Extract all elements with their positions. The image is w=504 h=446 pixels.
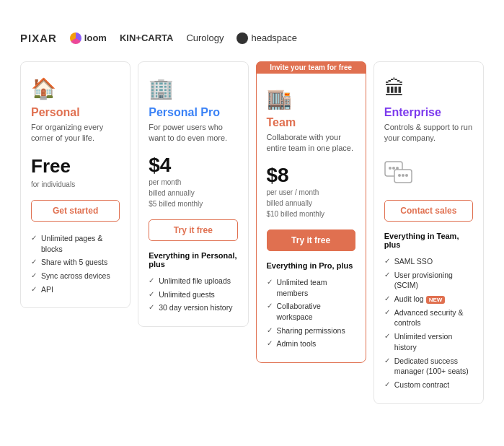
feature-item: Dedicated success manager (100+ seats) bbox=[384, 354, 473, 378]
logo-headspace: headspace bbox=[236, 32, 297, 44]
enterprise-contact-icon bbox=[384, 155, 473, 190]
loom-icon bbox=[70, 32, 81, 44]
feature-item: User provisioning (SCIM) bbox=[384, 268, 473, 292]
feature-list-enterprise: SAML SSOUser provisioning (SCIM)Audit lo… bbox=[384, 255, 473, 392]
plan-name-team: Team bbox=[267, 116, 355, 129]
plan-name-personal: Personal bbox=[31, 106, 120, 119]
features-header-enterprise: Everything in Team, plus bbox=[384, 232, 473, 249]
logo-kin-carta: KIN+CARTA bbox=[120, 32, 174, 43]
svg-point-1 bbox=[389, 167, 392, 170]
plan-btn-enterprise[interactable]: Contact sales bbox=[384, 200, 473, 222]
plan-card-personal-pro: 🏢Personal ProFor power users who want to… bbox=[138, 61, 248, 327]
plan-card-team: Invite your team for free🏬TeamCollaborat… bbox=[256, 61, 366, 363]
svg-point-6 bbox=[402, 174, 404, 177]
plan-name-personal-pro: Personal Pro bbox=[149, 106, 237, 119]
plan-desc-personal-pro: For power users who want to do even more… bbox=[149, 122, 237, 145]
feature-item: Unlimited guests bbox=[149, 288, 237, 302]
feature-item: Advanced security & controls bbox=[384, 306, 473, 330]
feature-item: Sharing permissions bbox=[267, 324, 355, 338]
plan-desc-enterprise: Controls & support to run your company. bbox=[384, 122, 473, 145]
feature-item: Unlimited version history bbox=[384, 330, 473, 354]
plan-icon-personal-pro: 🏢 bbox=[149, 76, 237, 100]
features-header-team: Everything in Pro, plus bbox=[267, 261, 355, 270]
plan-btn-personal[interactable]: Get started bbox=[31, 200, 120, 222]
price-sub-team: per user / monthbilled annually$10 bille… bbox=[267, 187, 355, 219]
price-amount-personal: Free bbox=[31, 155, 120, 178]
logo-curology: Curology bbox=[186, 32, 224, 43]
featured-badge: Invite your team for free bbox=[256, 61, 366, 74]
plan-card-personal: 🏠PersonalFor organizing every corner of … bbox=[20, 61, 131, 308]
plan-icon-enterprise: 🏛 bbox=[384, 76, 473, 100]
price-sub-personal: for individuals bbox=[31, 179, 120, 190]
price-block-team: $8 per user / monthbilled annually$10 bi… bbox=[267, 165, 355, 219]
feature-item: Custom contract bbox=[384, 378, 473, 392]
feature-item: Share with 5 guests bbox=[31, 255, 120, 269]
headspace-icon bbox=[236, 32, 248, 44]
plan-icon-team: 🏬 bbox=[267, 87, 355, 110]
feature-item: Sync across devices bbox=[31, 269, 120, 283]
feature-list-personal-pro: Unlimited file uploadsUnlimited guests30… bbox=[149, 274, 237, 315]
feature-item: Unlimited team members bbox=[267, 276, 355, 299]
plan-btn-personal-pro[interactable]: Try it free bbox=[149, 219, 237, 241]
plans-grid: 🏠PersonalFor organizing every corner of … bbox=[20, 61, 484, 404]
plan-desc-team: Collaborate with your entire team in one… bbox=[267, 132, 355, 155]
price-amount-personal-pro: $4 bbox=[149, 155, 237, 175]
feature-item: Admin tools bbox=[267, 337, 355, 351]
feature-item: API bbox=[31, 283, 120, 297]
plan-icon-personal: 🏠 bbox=[31, 76, 120, 100]
svg-point-7 bbox=[405, 174, 408, 177]
feature-item: Unlimited file uploads bbox=[149, 274, 237, 288]
svg-point-2 bbox=[392, 167, 395, 170]
features-header-personal-pro: Everything in Personal, plus bbox=[149, 251, 237, 268]
plan-name-enterprise: Enterprise bbox=[384, 106, 473, 119]
feature-item: Unlimited pages & blocks bbox=[31, 232, 120, 255]
plan-desc-personal: For organizing every corner of your life… bbox=[31, 122, 120, 145]
feature-list-personal: Unlimited pages & blocksShare with 5 gue… bbox=[31, 232, 120, 296]
feature-item: Collaborative workspace bbox=[267, 299, 355, 323]
logo-loom: loom bbox=[70, 32, 107, 44]
plan-btn-team[interactable]: Try it free bbox=[267, 229, 355, 251]
feature-list-team: Unlimited team membersCollaborative work… bbox=[267, 276, 355, 351]
company-logos: PIXAR loom KIN+CARTA Curology headspace bbox=[20, 32, 484, 44]
logo-pixar: PIXAR bbox=[20, 32, 57, 44]
svg-point-5 bbox=[398, 174, 401, 177]
feature-item: SAML SSO bbox=[384, 255, 473, 268]
feature-item: Audit logNEW bbox=[384, 292, 473, 306]
plan-card-enterprise: 🏛EnterpriseControls & support to run you… bbox=[373, 61, 484, 404]
price-sub-personal-pro: per monthbilled annually$5 billed monthl… bbox=[149, 177, 237, 209]
price-block-personal-pro: $4 per monthbilled annually$5 billed mon… bbox=[149, 155, 237, 209]
price-amount-team: $8 bbox=[267, 165, 355, 185]
price-block-personal: Free for individuals bbox=[31, 155, 120, 190]
badge-new: NEW bbox=[426, 296, 446, 304]
feature-item: 30 day version history bbox=[149, 301, 237, 315]
